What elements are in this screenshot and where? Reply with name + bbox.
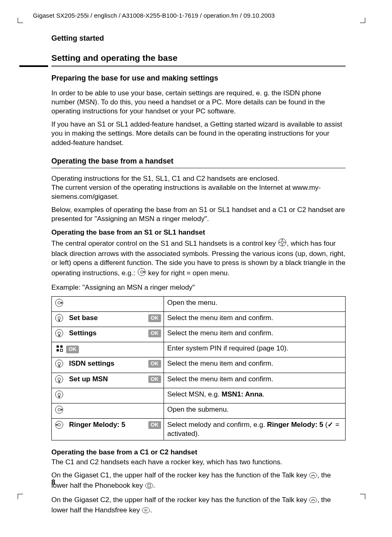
nav-key-left-icon: [52, 418, 65, 440]
step-label: Set up MSN: [65, 373, 142, 388]
step-description: Select the menu item and confirm.: [164, 327, 346, 342]
svg-point-38: [145, 483, 153, 489]
step-label: Settings: [65, 327, 142, 342]
table-row: Open the menu.: [52, 297, 346, 312]
crop-mark: [18, 18, 23, 23]
svg-marker-30: [58, 396, 60, 398]
svg-rect-20: [57, 349, 59, 352]
ok-cell: [142, 403, 164, 418]
svg-marker-17: [58, 335, 60, 337]
handsfree-key-icon: [142, 507, 150, 516]
step-label: [65, 403, 142, 418]
talk-key-icon: [309, 472, 317, 481]
svg-point-1: [281, 241, 284, 243]
heading-1: Setting and operating the base: [51, 52, 346, 65]
ok-badge: OK: [148, 360, 161, 368]
pin-entry-cell: OK: [52, 342, 164, 357]
svg-marker-4: [279, 242, 280, 243]
content-area: Getting started Setting and operating th…: [51, 34, 346, 521]
section-label: Getting started: [51, 34, 346, 43]
svg-marker-8: [143, 271, 145, 273]
ok-cell: [142, 388, 164, 403]
svg-point-16: [58, 332, 60, 334]
svg-marker-27: [58, 381, 60, 383]
paragraph: The central operator control on the S1 a…: [51, 238, 346, 279]
svg-rect-39: [148, 484, 150, 487]
ok-badge: OK: [148, 376, 161, 383]
nav-key-all-icon: [278, 238, 287, 249]
paragraph: Operating instructions for the S1, SL1, …: [51, 174, 346, 201]
table-row: Set up MSNOKSelect the menu item and con…: [52, 373, 346, 388]
svg-point-7: [141, 271, 143, 273]
table-row: Open the submenu.: [52, 403, 346, 418]
step-label: [65, 297, 142, 312]
crop-mark: [360, 494, 365, 499]
nav-key-down-icon: [52, 373, 65, 388]
svg-point-32: [58, 408, 60, 411]
nav-key-down-icon: [52, 327, 65, 342]
svg-rect-21: [60, 349, 63, 352]
step-description: Enter system PIN if required (page 10).: [164, 342, 346, 357]
nav-key-right-icon: [52, 403, 65, 418]
svg-point-29: [58, 393, 60, 395]
ok-badge: OK: [148, 314, 161, 322]
ok-cell: OK: [142, 312, 164, 327]
step-label: Ringer Melody: 5: [65, 418, 142, 440]
step-description: Open the submenu.: [164, 403, 346, 418]
svg-point-37: [309, 473, 317, 478]
svg-marker-36: [56, 424, 58, 426]
svg-point-26: [58, 378, 60, 380]
ok-badge: OK: [148, 421, 161, 429]
step-label: Set base: [65, 312, 142, 327]
svg-marker-5: [284, 242, 286, 243]
paragraph: On the Gigaset C1, the upper half of the…: [51, 471, 346, 491]
heading-rule: [51, 65, 346, 67]
svg-marker-33: [61, 408, 63, 411]
nav-key-down-icon: [52, 388, 65, 403]
nav-key-right-icon: [52, 297, 65, 312]
ok-cell: OK: [142, 357, 164, 373]
table-row: Set baseOKSelect the menu item and confi…: [52, 312, 346, 327]
heading-2: Operating the base from a handset: [51, 157, 346, 168]
step-description: Select MSN, e.g. MSN1: Anna.: [164, 388, 346, 403]
running-header: Gigaset SX205-255i / englisch / A31008-X…: [33, 12, 275, 20]
step-description: Select the menu item and confirm.: [164, 312, 346, 327]
crop-mark: [18, 494, 23, 499]
paragraph: On the Gigaset C2, the upper half of the…: [51, 496, 346, 516]
svg-rect-19: [60, 346, 63, 348]
ok-cell: OK: [142, 327, 164, 342]
paragraph: Below, examples of operating the base fr…: [51, 205, 346, 224]
table-row: ISDN settingsOKSelect the menu item and …: [52, 357, 346, 373]
svg-marker-11: [61, 302, 63, 304]
step-label: ISDN settings: [65, 357, 142, 373]
table-row: SettingsOKSelect the menu item and confi…: [52, 327, 346, 342]
ok-cell: OK: [142, 418, 164, 440]
svg-marker-14: [58, 320, 60, 322]
step-description: Open the menu.: [164, 297, 346, 312]
checkmark-icon: ✓: [327, 421, 333, 429]
phonebook-key-icon: [145, 482, 153, 491]
svg-point-10: [58, 302, 60, 304]
keypad-icon: [55, 344, 64, 355]
svg-point-23: [58, 362, 60, 365]
table-row: OKEnter system PIN if required (page 10)…: [52, 342, 346, 357]
step-label: [65, 388, 142, 403]
svg-point-13: [58, 317, 60, 319]
nav-key-down-icon: [52, 357, 65, 373]
svg-point-40: [309, 498, 317, 503]
page-number: 8: [51, 478, 55, 487]
svg-point-35: [58, 424, 60, 426]
heading-2: Preparing the base for use and making se…: [51, 74, 346, 83]
ok-cell: [142, 297, 164, 312]
step-description: Select the menu item and confirm.: [164, 373, 346, 388]
talk-key-icon: [309, 497, 317, 506]
ok-badge: OK: [148, 330, 161, 337]
procedure-table: Open the menu.Set baseOKSelect the menu …: [51, 296, 346, 440]
subheading: Operating the base from an S1 or SL1 han…: [51, 228, 346, 237]
paragraph: If you have an S1 or SL1 added-feature h…: [51, 120, 346, 147]
table-row: Select MSN, e.g. MSN1: Anna.: [52, 388, 346, 403]
ok-cell: OK: [142, 373, 164, 388]
nav-key-right-icon: [137, 267, 146, 279]
nav-key-down-icon: [52, 312, 65, 327]
paragraph: The C1 and C2 handsets each have a rocke…: [51, 458, 346, 467]
